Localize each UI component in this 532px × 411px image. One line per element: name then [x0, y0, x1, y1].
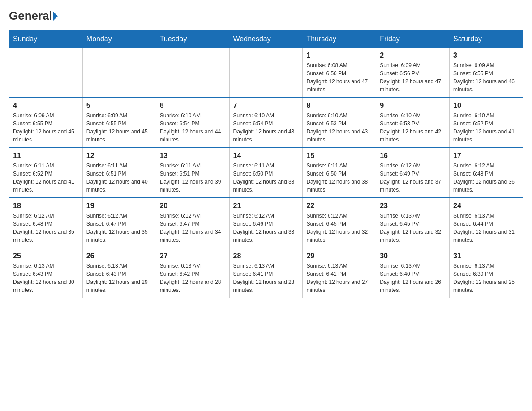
calendar-day-cell: 20Sunrise: 6:12 AM Sunset: 6:47 PM Dayli…: [156, 198, 229, 248]
logo: General: [9, 9, 58, 21]
day-info: Sunrise: 6:13 AM Sunset: 6:41 PM Dayligh…: [306, 262, 372, 294]
day-number: 29: [306, 252, 372, 260]
page-header: General: [9, 9, 523, 21]
day-number: 10: [453, 102, 519, 110]
calendar-day-cell: 2Sunrise: 6:09 AM Sunset: 6:56 PM Daylig…: [376, 48, 450, 98]
calendar-day-cell: 11Sunrise: 6:11 AM Sunset: 6:52 PM Dayli…: [9, 148, 83, 198]
day-info: Sunrise: 6:13 AM Sunset: 6:43 PM Dayligh…: [13, 262, 79, 294]
day-number: 25: [13, 252, 79, 260]
calendar-day-cell: 24Sunrise: 6:13 AM Sunset: 6:44 PM Dayli…: [450, 198, 523, 248]
day-number: 30: [380, 252, 446, 260]
calendar-day-cell: 27Sunrise: 6:13 AM Sunset: 6:42 PM Dayli…: [156, 248, 229, 298]
day-info: Sunrise: 6:12 AM Sunset: 6:48 PM Dayligh…: [453, 162, 519, 194]
calendar-day-cell: 9Sunrise: 6:10 AM Sunset: 6:53 PM Daylig…: [376, 98, 450, 148]
day-info: Sunrise: 6:13 AM Sunset: 6:45 PM Dayligh…: [380, 212, 446, 244]
day-number: 17: [453, 152, 519, 160]
day-number: 31: [453, 252, 519, 260]
day-number: 13: [160, 152, 226, 160]
day-info: Sunrise: 6:13 AM Sunset: 6:43 PM Dayligh…: [86, 262, 152, 294]
logo-general-text: General: [9, 9, 52, 23]
calendar-header-row: SundayMondayTuesdayWednesdayThursdayFrid…: [9, 30, 523, 48]
day-of-week-header: Tuesday: [156, 30, 229, 48]
day-number: 27: [160, 252, 226, 260]
calendar-day-cell: 30Sunrise: 6:13 AM Sunset: 6:40 PM Dayli…: [376, 248, 450, 298]
calendar-day-cell: 28Sunrise: 6:13 AM Sunset: 6:41 PM Dayli…: [229, 248, 303, 298]
day-info: Sunrise: 6:08 AM Sunset: 6:56 PM Dayligh…: [306, 61, 372, 94]
day-of-week-header: Monday: [82, 30, 156, 48]
day-info: Sunrise: 6:10 AM Sunset: 6:53 PM Dayligh…: [306, 111, 372, 144]
calendar-day-cell: [156, 48, 229, 98]
day-number: 4: [13, 102, 79, 110]
calendar-day-cell: 10Sunrise: 6:10 AM Sunset: 6:52 PM Dayli…: [450, 98, 523, 148]
day-of-week-header: Thursday: [303, 30, 376, 48]
day-of-week-header: Sunday: [9, 30, 83, 48]
day-info: Sunrise: 6:13 AM Sunset: 6:44 PM Dayligh…: [453, 212, 519, 244]
day-info: Sunrise: 6:09 AM Sunset: 6:55 PM Dayligh…: [453, 61, 519, 94]
calendar-day-cell: 26Sunrise: 6:13 AM Sunset: 6:43 PM Dayli…: [82, 248, 156, 298]
day-info: Sunrise: 6:11 AM Sunset: 6:51 PM Dayligh…: [160, 162, 226, 194]
day-info: Sunrise: 6:10 AM Sunset: 6:52 PM Dayligh…: [453, 111, 519, 144]
calendar-day-cell: 18Sunrise: 6:12 AM Sunset: 6:48 PM Dayli…: [9, 198, 83, 248]
calendar-week-row: 1Sunrise: 6:08 AM Sunset: 6:56 PM Daylig…: [9, 48, 523, 98]
day-info: Sunrise: 6:10 AM Sunset: 6:54 PM Dayligh…: [160, 111, 226, 144]
calendar-day-cell: 5Sunrise: 6:09 AM Sunset: 6:55 PM Daylig…: [82, 98, 156, 148]
day-number: 1: [306, 51, 372, 60]
calendar-day-cell: 14Sunrise: 6:11 AM Sunset: 6:50 PM Dayli…: [229, 148, 303, 198]
calendar-week-row: 18Sunrise: 6:12 AM Sunset: 6:48 PM Dayli…: [9, 198, 523, 248]
day-info: Sunrise: 6:12 AM Sunset: 6:45 PM Dayligh…: [306, 212, 372, 244]
day-number: 2: [380, 51, 446, 60]
day-info: Sunrise: 6:12 AM Sunset: 6:46 PM Dayligh…: [233, 212, 299, 244]
day-of-week-header: Saturday: [450, 30, 523, 48]
day-number: 14: [233, 152, 299, 160]
calendar-day-cell: [229, 48, 303, 98]
logo-arrow-icon: [53, 12, 58, 21]
day-number: 11: [13, 152, 79, 160]
day-number: 19: [86, 202, 152, 210]
day-number: 7: [233, 102, 299, 110]
day-info: Sunrise: 6:10 AM Sunset: 6:54 PM Dayligh…: [233, 111, 299, 144]
calendar-day-cell: [9, 48, 83, 98]
day-number: 5: [86, 102, 152, 110]
calendar-day-cell: 3Sunrise: 6:09 AM Sunset: 6:55 PM Daylig…: [450, 48, 523, 98]
day-number: 18: [13, 202, 79, 210]
day-number: 22: [306, 202, 372, 210]
day-of-week-header: Friday: [376, 30, 450, 48]
day-of-week-header: Wednesday: [229, 30, 303, 48]
day-number: 8: [306, 102, 372, 110]
day-number: 24: [453, 202, 519, 210]
calendar-day-cell: 19Sunrise: 6:12 AM Sunset: 6:47 PM Dayli…: [82, 198, 156, 248]
calendar-day-cell: 21Sunrise: 6:12 AM Sunset: 6:46 PM Dayli…: [229, 198, 303, 248]
day-info: Sunrise: 6:09 AM Sunset: 6:56 PM Dayligh…: [380, 61, 446, 94]
day-number: 23: [380, 202, 446, 210]
day-number: 15: [306, 152, 372, 160]
calendar-day-cell: 31Sunrise: 6:13 AM Sunset: 6:39 PM Dayli…: [450, 248, 523, 298]
calendar-day-cell: 22Sunrise: 6:12 AM Sunset: 6:45 PM Dayli…: [303, 198, 376, 248]
calendar-day-cell: 29Sunrise: 6:13 AM Sunset: 6:41 PM Dayli…: [303, 248, 376, 298]
day-info: Sunrise: 6:13 AM Sunset: 6:41 PM Dayligh…: [233, 262, 299, 294]
day-number: 26: [86, 252, 152, 260]
calendar-day-cell: 13Sunrise: 6:11 AM Sunset: 6:51 PM Dayli…: [156, 148, 229, 198]
calendar-day-cell: 4Sunrise: 6:09 AM Sunset: 6:55 PM Daylig…: [9, 98, 83, 148]
day-number: 21: [233, 202, 299, 210]
day-number: 12: [86, 152, 152, 160]
day-info: Sunrise: 6:13 AM Sunset: 6:39 PM Dayligh…: [453, 262, 519, 294]
day-number: 16: [380, 152, 446, 160]
day-info: Sunrise: 6:13 AM Sunset: 6:40 PM Dayligh…: [380, 262, 446, 294]
calendar-week-row: 11Sunrise: 6:11 AM Sunset: 6:52 PM Dayli…: [9, 148, 523, 198]
calendar-day-cell: 15Sunrise: 6:11 AM Sunset: 6:50 PM Dayli…: [303, 148, 376, 198]
calendar-day-cell: 23Sunrise: 6:13 AM Sunset: 6:45 PM Dayli…: [376, 198, 450, 248]
calendar-day-cell: 6Sunrise: 6:10 AM Sunset: 6:54 PM Daylig…: [156, 98, 229, 148]
calendar-day-cell: 25Sunrise: 6:13 AM Sunset: 6:43 PM Dayli…: [9, 248, 83, 298]
calendar-week-row: 4Sunrise: 6:09 AM Sunset: 6:55 PM Daylig…: [9, 98, 523, 148]
day-info: Sunrise: 6:09 AM Sunset: 6:55 PM Dayligh…: [13, 111, 79, 144]
calendar-day-cell: [82, 48, 156, 98]
day-info: Sunrise: 6:11 AM Sunset: 6:50 PM Dayligh…: [233, 162, 299, 194]
calendar-day-cell: 1Sunrise: 6:08 AM Sunset: 6:56 PM Daylig…: [303, 48, 376, 98]
day-number: 28: [233, 252, 299, 260]
day-info: Sunrise: 6:12 AM Sunset: 6:49 PM Dayligh…: [380, 162, 446, 194]
calendar-day-cell: 12Sunrise: 6:11 AM Sunset: 6:51 PM Dayli…: [82, 148, 156, 198]
calendar-day-cell: 7Sunrise: 6:10 AM Sunset: 6:54 PM Daylig…: [229, 98, 303, 148]
day-info: Sunrise: 6:11 AM Sunset: 6:52 PM Dayligh…: [13, 162, 79, 194]
day-number: 9: [380, 102, 446, 110]
day-info: Sunrise: 6:12 AM Sunset: 6:47 PM Dayligh…: [160, 212, 226, 244]
